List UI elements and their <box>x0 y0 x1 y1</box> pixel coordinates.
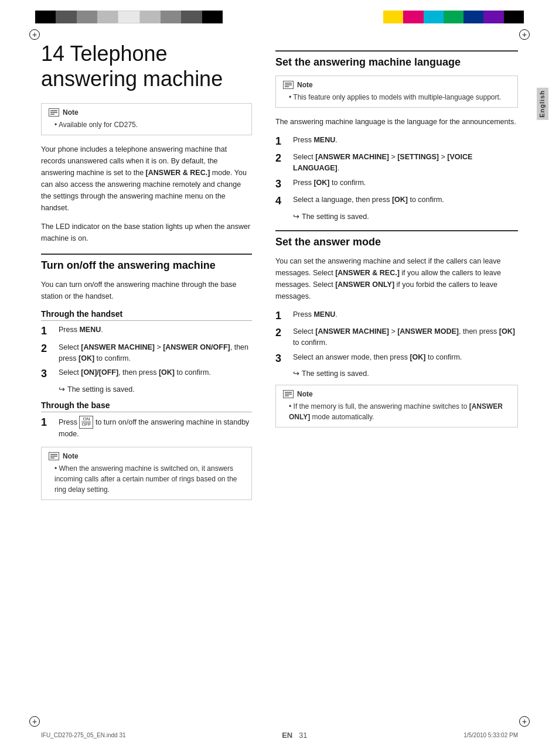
handset-subsection-header: Through the handset <box>41 309 252 321</box>
set-answer-mode-header: Set the answer mode <box>275 230 518 248</box>
base-note-box: Note When the answering machine is switc… <box>41 447 252 500</box>
base-note-icon <box>49 452 59 460</box>
lang-step-3: 3 Press [OK] to confirm. <box>275 177 518 191</box>
language-note-icon <box>283 81 294 89</box>
base-subsection-header: Through the base <box>41 401 252 412</box>
handset-step-1: 1 Press MENU. <box>41 324 252 338</box>
base-step-1: 1 Press ONOFF to turn on/off the answeri… <box>41 416 252 440</box>
mode-step-1: 1 Press MENU. <box>275 309 518 323</box>
color-swatch-yellow <box>383 11 403 23</box>
color-swatch-dgray2 <box>181 11 202 23</box>
color-swatch-black2 <box>202 11 223 23</box>
handset-step-3: 3 Select [ON]/[OFF], then press [OK] to … <box>41 367 252 381</box>
mode-step-result: The setting is saved. <box>293 369 518 378</box>
left-note-text: Available only for CD275. <box>59 121 138 129</box>
handset-step-result: The setting is saved. <box>59 385 252 394</box>
answer-mode-steps: 1 Press MENU. 2 Select [ANSWER MACHINE] … <box>275 309 518 378</box>
lang-step-1: 1 Press MENU. <box>275 135 518 148</box>
color-swatch-black3 <box>504 11 524 23</box>
reg-mark-bl <box>29 716 40 727</box>
answer-mode-note-box: Note If the memory is full, the answerin… <box>275 385 518 427</box>
color-swatch-black <box>35 11 56 23</box>
left-column: 14 Telephone answering machine Note <box>41 41 270 715</box>
color-swatch-dgray <box>56 11 76 23</box>
language-note-box: Note This feature only applies to models… <box>275 76 518 108</box>
language-steps: 1 Press MENU. 2 Select [ANSWER MACHINE] … <box>275 135 518 221</box>
handset-step-2: 2 Select [ANSWER MACHINE] > [ANSWER ON/O… <box>41 342 252 364</box>
color-swatch-lgray <box>97 11 118 23</box>
language-note-text: This feature only applies to models with… <box>293 93 501 101</box>
color-swatch-white <box>118 11 139 23</box>
chapter-text: Telephone answering machine <box>41 42 223 91</box>
intro-text-2: The LED indicator on the base station li… <box>41 221 252 244</box>
right-column: English Set the answering machine langua… <box>270 41 518 715</box>
footer-datetime: 1/5/2010 5:33:02 PM <box>463 732 518 738</box>
answer-mode-note-label: Note <box>297 390 313 398</box>
base-note-text: When the answering machine is switched o… <box>54 464 237 494</box>
color-swatch-mgray <box>77 11 97 23</box>
color-swatch-green <box>444 11 463 23</box>
lang-step-result: The setting is saved. <box>293 212 518 221</box>
turn-on-section-header: Turn on/off the answering machine <box>41 254 252 272</box>
color-swatch-cyan <box>424 11 444 23</box>
turn-on-body: You can turn on/off the answering machin… <box>41 279 252 302</box>
language-body: The answering machine language is the la… <box>275 116 518 128</box>
handset-steps: 1 Press MENU. 2 Select [ANSWER MACHINE] … <box>41 324 252 393</box>
color-swatch-magenta <box>403 11 423 23</box>
base-note-label: Note <box>63 452 79 460</box>
color-swatch-lgray2 <box>140 11 161 23</box>
set-language-section-header: Set the answering machine language <box>275 50 518 69</box>
reg-mark-tl <box>29 29 40 40</box>
reg-mark-br <box>519 716 530 727</box>
answer-mode-note-icon <box>283 390 294 398</box>
footer: IFU_CD270-275_05_EN.indd 31 EN 31 1/5/20… <box>41 731 518 740</box>
main-content: 14 Telephone answering machine Note <box>41 41 518 715</box>
color-swatch-blue <box>463 11 483 23</box>
footer-page-info: EN 31 <box>282 731 307 740</box>
color-swatch-mgray2 <box>161 11 181 23</box>
top-color-bar <box>35 11 524 23</box>
mode-step-3: 3 Select an answer mode, then press [OK]… <box>275 352 518 365</box>
chapter-title: 14 Telephone answering machine <box>41 41 252 91</box>
left-note-label: Note <box>63 108 79 117</box>
lang-step-4: 4 Select a language, then press [OK] to … <box>275 194 518 208</box>
left-note-box: Note Available only for CD275. <box>41 103 252 135</box>
color-swatch-purple <box>483 11 503 23</box>
footer-en-label: EN <box>282 731 292 740</box>
lang-step-2: 2 Select [ANSWER MACHINE] > [SETTINGS] >… <box>275 152 518 174</box>
language-note-label: Note <box>297 81 313 89</box>
footer-filename: IFU_CD270-275_05_EN.indd 31 <box>41 732 126 738</box>
answer-mode-body: You can set the answering machine and se… <box>275 255 518 302</box>
chapter-number: 14 <box>41 42 64 66</box>
note-icon-left <box>49 108 59 117</box>
mode-step-2: 2 Select [ANSWER MACHINE] > [ANSWER MODE… <box>275 326 518 348</box>
intro-text-1: Your phone includes a telephone answerin… <box>41 143 252 214</box>
footer-page-num: 31 <box>299 731 307 740</box>
answer-mode-note-text: If the memory is full, the answering mac… <box>289 402 503 421</box>
reg-mark-tr <box>519 29 530 40</box>
sidebar-language-label: English <box>537 88 548 120</box>
base-steps: 1 Press ONOFF to turn on/off the answeri… <box>41 416 252 440</box>
